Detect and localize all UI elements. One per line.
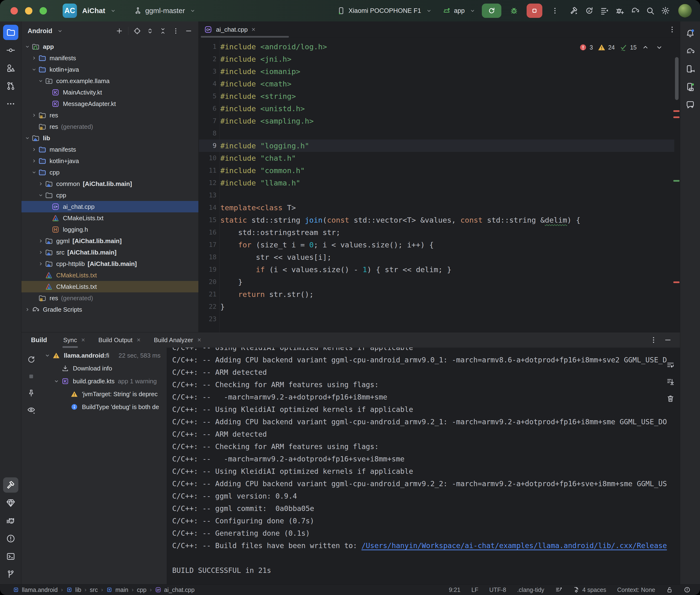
stop-square-button[interactable] xyxy=(25,370,37,382)
editor-scrollbar[interactable] xyxy=(675,57,678,100)
chevron-down-icon[interactable] xyxy=(24,135,31,141)
error-stripe-mark[interactable] xyxy=(673,110,679,112)
debug-button[interactable] xyxy=(508,4,521,17)
sync-console[interactable]: C/C++: -- Using KleidiAI optimized kerne… xyxy=(167,348,680,585)
build-hammer-run-button[interactable] xyxy=(567,4,581,17)
status-widget-4-spaces[interactable]: 4 spaces xyxy=(573,587,606,593)
tool-strip-build-hammer-button[interactable] xyxy=(3,477,18,492)
expand-all-button[interactable] xyxy=(145,26,156,36)
device-selector[interactable]: Xiaomi POCOPHONE F1 xyxy=(337,7,432,15)
chevron-right-icon[interactable] xyxy=(30,112,38,118)
more-run-actions-button[interactable] xyxy=(549,4,561,17)
gradle-sync-button[interactable] xyxy=(628,4,641,17)
soft-wrap-button[interactable] xyxy=(666,361,675,370)
apply-changes-restart-button[interactable]: A xyxy=(583,4,596,17)
tree-item-src[interactable]: src[AiChat.lib.main] xyxy=(22,247,198,258)
tree-item-com-example-llama[interactable]: com.example.llama xyxy=(22,75,198,87)
chevron-right-icon[interactable] xyxy=(37,181,44,187)
tree-item-cmakelists-txt[interactable]: CMakeLists.txt xyxy=(22,281,198,292)
chevron-down-icon[interactable] xyxy=(30,169,38,175)
status-widget-context-none[interactable]: Context: None xyxy=(617,587,655,593)
tree-item-lib[interactable]: lib xyxy=(22,132,198,144)
sync-tree-item[interactable]: Download info xyxy=(41,362,167,375)
sync-tree-item[interactable]: llama.android: fi22 sec, 583 ms xyxy=(41,349,167,362)
console-link[interactable]: /Users/hanyin/Workspace/ai-chat/examples… xyxy=(362,541,667,550)
stop-button[interactable] xyxy=(527,4,542,18)
status-widget--clang-tidy[interactable]: .clang-tidy xyxy=(517,587,544,593)
close-tab-icon[interactable]: × xyxy=(197,336,201,344)
run-configuration-selector[interactable]: app xyxy=(443,7,476,15)
close-tab-icon[interactable]: × xyxy=(137,336,141,344)
sync-tree-item[interactable]: 'jvmTarget: String' is deprec xyxy=(41,388,167,400)
search-button[interactable] xyxy=(644,4,657,17)
hide-build-panel-icon[interactable] xyxy=(664,336,672,344)
status-widget-9-21[interactable]: 9:21 xyxy=(449,587,460,593)
prev-problem-icon[interactable] xyxy=(641,43,649,51)
chevron-right-icon[interactable] xyxy=(24,306,31,313)
tree-item-res[interactable]: res(generated) xyxy=(22,121,198,132)
editor-options-icon[interactable] xyxy=(668,26,676,34)
build-options-icon[interactable] xyxy=(649,336,657,344)
chevron-right-icon[interactable] xyxy=(30,158,38,164)
tool-strip-notifications-bell-button[interactable] xyxy=(682,26,698,41)
trash-button[interactable] xyxy=(666,394,675,404)
chevron-right-icon[interactable] xyxy=(37,249,44,255)
inspections-widget[interactable]: 3 24 15 xyxy=(579,43,663,51)
status-widget-error-outline[interactable] xyxy=(684,587,691,593)
tool-strip-commit-button[interactable] xyxy=(3,42,18,58)
editor-tab-ai-chat-cpp[interactable]: C ai_chat.cpp × xyxy=(199,22,261,38)
minimize-window-button[interactable] xyxy=(25,7,32,15)
chevron-down-icon[interactable] xyxy=(37,78,44,84)
settings-gear-button[interactable] xyxy=(659,4,672,17)
status-widget-utf-8[interactable]: UTF-8 xyxy=(489,587,506,593)
tree-item-ggml[interactable]: ggml[AiChat.lib.main] xyxy=(22,235,198,247)
breadcrumb-item[interactable]: llama.android xyxy=(13,587,58,593)
tree-item-kotlin-java[interactable]: kotlin+java xyxy=(22,155,198,167)
tree-item-app[interactable]: app xyxy=(22,41,198,52)
tree-item-cpp[interactable]: cpp xyxy=(22,190,198,201)
tree-item-common[interactable]: common[AiChat.lib.main] xyxy=(22,178,198,190)
sync-tree-item[interactable]: build.gradle.ktsapp 1 warning xyxy=(41,375,167,388)
tree-item-kotlin-java[interactable]: kotlin+java xyxy=(22,64,198,75)
status-widget-lf[interactable]: LF xyxy=(471,587,478,593)
chevron-right-icon[interactable] xyxy=(37,261,44,267)
error-stripe-mark[interactable] xyxy=(673,116,679,118)
breadcrumb-item[interactable]: Cai_chat.cpp xyxy=(155,587,195,593)
sync-tree-item[interactable]: BuildType 'debug' is both de xyxy=(41,400,167,413)
breadcrumb-item[interactable]: cpp xyxy=(137,587,146,593)
close-window-button[interactable] xyxy=(10,7,18,15)
breadcrumb-item[interactable]: lib xyxy=(66,587,81,593)
close-tab-icon[interactable]: × xyxy=(81,336,85,344)
build-tab-sync[interactable]: Sync× xyxy=(57,332,92,348)
tree-item-cmakelists-txt[interactable]: CMakeLists.txt xyxy=(22,213,198,224)
tool-strip-more-horizontal-button[interactable] xyxy=(3,96,18,111)
tool-strip-gradle-elephant-button[interactable] xyxy=(682,44,698,59)
tree-item-cpp[interactable]: cpp xyxy=(22,167,198,178)
close-tab-icon[interactable]: × xyxy=(252,26,255,33)
user-avatar[interactable] xyxy=(678,4,692,18)
tree-item-cmakelists-txt[interactable]: CMakeLists.txt xyxy=(22,270,198,281)
scroll-to-end-button[interactable] xyxy=(666,378,675,387)
next-problem-icon[interactable] xyxy=(655,43,663,51)
breadcrumb-item[interactable]: src xyxy=(90,587,97,593)
tree-item-cpp-httplib[interactable]: cpp-httplib[AiChat.lib.main] xyxy=(22,258,198,270)
project-selector[interactable]: AiChat xyxy=(77,7,116,15)
chevron-down-icon[interactable] xyxy=(52,378,60,385)
tool-strip-version-control-branch-button[interactable] xyxy=(3,567,18,582)
tree-item-logging-h[interactable]: logging.h xyxy=(22,224,198,235)
collapse-all-button[interactable] xyxy=(158,26,168,36)
tree-item-res[interactable]: res(generated) xyxy=(22,292,198,304)
apply-code-changes-button[interactable] xyxy=(598,4,611,17)
build-tab-build-analyzer[interactable]: Build Analyzer× xyxy=(147,332,208,348)
tool-strip-logcat-cat-button[interactable] xyxy=(3,513,18,528)
tool-strip-resource-manager-button[interactable] xyxy=(3,60,18,76)
tool-strip-terminal-button[interactable] xyxy=(3,549,18,564)
chevron-right-icon[interactable] xyxy=(37,238,44,244)
tree-item-mainactivity-kt[interactable]: MainActivity.kt xyxy=(22,87,198,98)
project-view-selector[interactable]: Android xyxy=(28,27,63,35)
tree-item-manifests[interactable]: manifests xyxy=(22,52,198,64)
attach-debugger-button[interactable] xyxy=(613,4,626,17)
kebab-button[interactable] xyxy=(170,26,181,36)
tree-item-ai-chat-cpp[interactable]: Cai_chat.cpp xyxy=(22,201,198,213)
error-stripe-mark[interactable] xyxy=(673,180,679,182)
